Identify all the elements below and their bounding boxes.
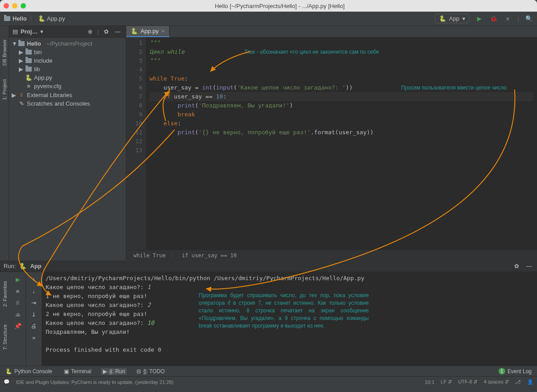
run-configuration-selector[interactable]: 🐍 App ▾ [435, 14, 469, 23]
navigation-bar: Hello 〉 🐍 App.py 🐍 App ▾ ▶ 🐞 ■ | 🔍 [0, 12, 537, 26]
project-panel-title: Proj… [21, 28, 38, 35]
print-icon[interactable]: 🖨 [30, 321, 38, 330]
breadcrumb: Hello 〉 🐍 App.py [4, 15, 432, 23]
scratches-icon: ✎ [18, 100, 25, 107]
stop-button[interactable]: ■ [503, 14, 512, 23]
console-output[interactable]: /Users/dmitriy/PycharmProjects/Hello/bin… [42, 272, 537, 366]
debug-button[interactable]: 🐞 [489, 14, 498, 23]
project-icon: ▤ [13, 28, 18, 35]
project-tree: ▼ Hello ~/PycharmProject ▶bin ▶include ▶… [9, 38, 126, 110]
tree-folder-include[interactable]: ▶include [9, 56, 126, 65]
run-button[interactable]: ▶ [475, 14, 484, 23]
gear-icon[interactable]: ✿ [512, 262, 521, 271]
editor-tabs: 🐍 App.py × [126, 26, 537, 38]
library-icon: ⫴ [18, 91, 25, 98]
run-tab[interactable]: ▶4: Run [101, 368, 127, 375]
annotation-input: Просим пользователя ввести целое число [401, 83, 507, 92]
console-line: /Users/dmitriy/PycharmProjects/Hello/bin… [46, 274, 533, 283]
play-icon: ▶ [103, 368, 107, 375]
folder-icon [18, 41, 25, 46]
breadcrumb-file[interactable]: 🐍 App.py [38, 15, 65, 22]
git-icon[interactable]: ⎇ [515, 379, 521, 385]
inspector-icon[interactable]: 👤 [527, 379, 533, 385]
title-bar: Hello [~/PycharmProjects/Hello] - .../Ap… [0, 0, 537, 12]
search-button[interactable]: 🔍 [524, 14, 533, 23]
scroll-end-icon[interactable]: ⤓ [30, 310, 38, 319]
chevron-down-icon[interactable]: ▾ [40, 28, 43, 35]
pause-icon[interactable]: ⏸ [13, 298, 22, 307]
hide-button[interactable]: — [524, 262, 533, 271]
annotation-loop: True - обозначает что цикл не закончится… [244, 47, 379, 56]
bottom-tool-tabs: 🐍Python Console ▣Terminal ▶4: Run ⊟6: TO… [0, 366, 537, 376]
db-browser-tab[interactable]: DB Browser [2, 39, 7, 66]
file-icon: ≡ [25, 83, 32, 89]
event-log-tab[interactable]: 1Event Log [497, 368, 533, 375]
soft-wrap-icon[interactable]: ⇥ [30, 298, 38, 307]
close-window-button[interactable] [4, 3, 9, 9]
python-icon: 🐍 [19, 263, 26, 269]
left-tool-rail: DB Browser 1: Project [0, 26, 9, 260]
breadcrumb-project[interactable]: Hello [4, 15, 27, 22]
code-breadcrumb-while[interactable]: while True [133, 252, 166, 259]
breadcrumb-separator: 〉 [30, 15, 35, 23]
structure-tab[interactable]: 7: Structure [2, 324, 8, 350]
project-panel-header: ▤ Proj… ▾ ⊕ | ✿ — [9, 26, 126, 38]
file-encoding[interactable]: UTF-8 ⇵ [458, 379, 477, 385]
line-ending[interactable]: LF ⇵ [441, 379, 452, 385]
python-console-tab[interactable]: 🐍Python Console [4, 368, 54, 375]
status-message[interactable]: IDE and Plugin Updates: PyCharm is ready… [16, 379, 174, 385]
window-title: Hello [~/PycharmProjects/Hello] - .../Ap… [26, 3, 533, 9]
editor-tab-app[interactable]: 🐍 App.py × [126, 26, 170, 37]
code-breadcrumb: while True 〉 if user_say == 10 [126, 250, 537, 260]
project-tab[interactable]: 1: Project [2, 79, 7, 100]
window-controls [4, 3, 26, 9]
code-editor[interactable]: 12345678910111213 """ Цикл while """ whi… [126, 38, 537, 250]
status-bar: 💬 IDE and Plugin Updates: PyCharm is rea… [0, 376, 537, 387]
tree-external-libraries[interactable]: ▶⫴External Libraries [9, 90, 126, 99]
hide-button[interactable]: — [113, 27, 122, 36]
exit-icon[interactable]: ⏏ [13, 310, 22, 319]
tree-folder-bin[interactable]: ▶bin [9, 48, 126, 56]
list-icon: ⊟ [136, 368, 141, 375]
run-config-name: App [30, 263, 41, 269]
tree-file-app[interactable]: 🐍App.py [9, 73, 126, 82]
more-icon[interactable]: » [30, 333, 38, 342]
minimize-window-button[interactable] [12, 3, 17, 9]
code-breadcrumb-if[interactable]: if user_say == 10 [182, 252, 237, 259]
gear-icon[interactable]: ✿ [102, 27, 111, 36]
up-arrow-icon[interactable]: ↑ [30, 275, 38, 284]
tree-file-pyvenv[interactable]: ≡pyvenv.cfg [9, 82, 126, 90]
tree-folder-lib[interactable]: ▶lib [9, 65, 126, 73]
expand-arrow-icon: ▼ [12, 40, 16, 47]
python-icon: 🐍 [5, 368, 12, 375]
status-message-icon: 💬 [4, 379, 10, 385]
tree-scratches[interactable]: ✎Scratches and Consoles [9, 99, 126, 108]
line-numbers-gutter: 12345678910111213 [126, 38, 146, 250]
project-tool-window: ▤ Proj… ▾ ⊕ | ✿ — ▼ Hello ~/PycharmProje… [9, 26, 126, 260]
rerun-button[interactable]: ▶ [13, 275, 22, 284]
chevron-down-icon: ▾ [462, 15, 465, 22]
maximize-window-button[interactable] [21, 3, 26, 9]
left-bottom-rail: 2: Favorites 7: Structure [0, 272, 10, 366]
pin-icon[interactable]: 📌 [13, 321, 22, 330]
favorites-tab[interactable]: 2: Favorites [2, 281, 8, 307]
indent-config[interactable]: 4 spaces ⇵ [484, 379, 509, 385]
run-panel-header: Run: 🐍 App ✿ — [0, 260, 537, 272]
tree-root[interactable]: ▼ Hello ~/PycharmProject [9, 39, 126, 48]
folder-icon [4, 16, 11, 21]
close-tab-icon[interactable]: × [161, 28, 165, 34]
editor-area: 🐍 App.py × 12345678910111213 """ Цикл wh… [126, 26, 537, 260]
run-toolbar-primary: ▶ ■ ⏸ ⏏ 📌 [10, 272, 26, 366]
scroll-to-source-icon[interactable]: ⊕ [86, 27, 95, 36]
annotation-explanation: Программа будет спрашивать число, до тех… [199, 292, 369, 330]
python-file-icon: 🐍 [38, 15, 45, 22]
stop-button[interactable]: ■ [13, 286, 22, 295]
down-arrow-icon[interactable]: ↓ [30, 286, 38, 295]
caret-position[interactable]: 10:1 [425, 379, 434, 385]
terminal-icon: ▣ [64, 368, 69, 375]
python-file-icon: 🐍 [131, 28, 138, 34]
python-icon: 🐍 [439, 15, 446, 22]
run-toolbar-secondary: ↑ ↓ ⇥ ⤓ 🖨 » [26, 272, 42, 366]
terminal-tab[interactable]: ▣Terminal [62, 368, 93, 375]
todo-tab[interactable]: ⊟6: TODO [135, 368, 166, 375]
